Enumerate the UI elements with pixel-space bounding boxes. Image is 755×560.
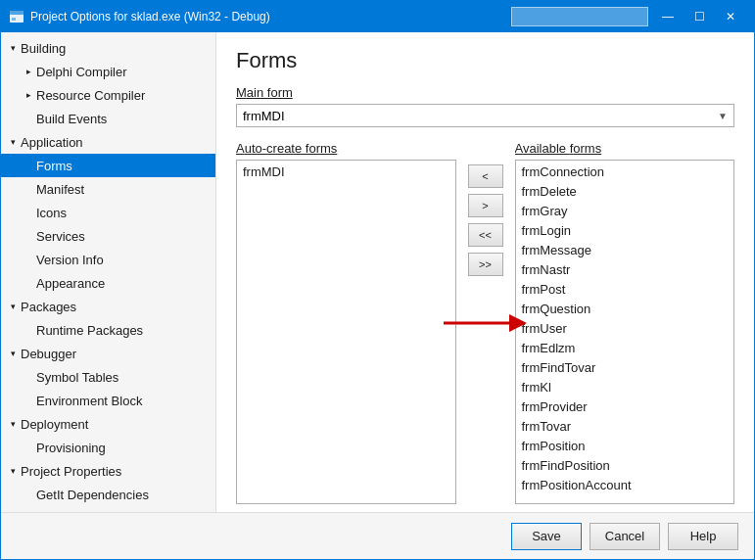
available-form-item[interactable]: frmFindTovar [516, 358, 734, 378]
sidebar-item-deployment[interactable]: ▾Deployment [1, 412, 215, 436]
sidebar-item-icons[interactable]: Icons [1, 201, 215, 224]
available-form-item[interactable]: frmConnection [516, 163, 734, 182]
move-all-left-button[interactable]: << [468, 223, 503, 247]
available-form-item[interactable]: frmLogin [516, 221, 734, 241]
available-form-item[interactable]: frmPost [516, 280, 734, 300]
sidebar-item-label-project-properties: Project Properties [21, 464, 121, 479]
sidebar-item-building[interactable]: ▾Building [1, 36, 215, 60]
sidebar-item-version-info[interactable]: Version Info [1, 248, 215, 271]
available-form-item[interactable]: frmDelete [516, 182, 734, 202]
sidebar-item-label-building: Building [21, 41, 66, 56]
panel-title: Forms [236, 48, 734, 73]
sidebar-item-debugger[interactable]: ▾Debugger [1, 342, 215, 365]
close-button[interactable]: ✕ [715, 1, 746, 32]
sidebar-item-label-services: Services [36, 229, 85, 244]
sidebar: ▾Building▸Delphi Compiler▸Resource Compi… [1, 32, 216, 512]
main-form-value: frmMDI [243, 109, 285, 123]
available-forms-label: Available forms [515, 141, 735, 156]
sidebar-item-label-application: Application [21, 135, 83, 150]
main-content: ▾Building▸Delphi Compiler▸Resource Compi… [1, 32, 754, 512]
available-form-item[interactable]: frmFindPosition [516, 456, 734, 476]
svg-rect-2 [12, 18, 16, 21]
cancel-button[interactable]: Cancel [590, 523, 660, 550]
dropdown-arrow-icon: ▼ [718, 111, 728, 121]
sidebar-item-runtime-packages[interactable]: Runtime Packages [1, 318, 215, 342]
sidebar-item-appearance[interactable]: Appearance [1, 271, 215, 295]
sidebar-item-label-appearance: Appearance [36, 276, 105, 291]
main-form-label: Main form [236, 85, 734, 100]
auto-create-section: Auto-create forms frmMDI [236, 141, 456, 504]
auto-create-underline-char: A [236, 141, 245, 156]
sidebar-item-symbol-tables[interactable]: Symbol Tables [1, 365, 215, 389]
app-icon [9, 9, 24, 24]
expand-icon-resource-compiler[interactable]: ▸ [21, 87, 36, 103]
available-underline-char: A [515, 141, 523, 156]
expand-icon-building[interactable]: ▾ [5, 40, 21, 56]
main-form-dropdown-row: frmMDI ▼ [236, 104, 734, 127]
available-forms-list[interactable]: frmConnectionfrmDeletefrmGrayfrmLoginfrm… [515, 160, 735, 504]
sidebar-item-project-properties[interactable]: ▾Project Properties [1, 459, 215, 483]
sidebar-item-build-events[interactable]: Build Events [1, 107, 215, 130]
available-form-item[interactable]: frmPositionAccount [516, 476, 734, 495]
sidebar-item-manifest[interactable]: Manifest [1, 177, 215, 201]
expand-icon-delphi-compiler[interactable]: ▸ [21, 64, 36, 79]
title-bar: Project Options for sklad.exe (Win32 - D… [1, 1, 754, 32]
sidebar-item-packages[interactable]: ▾Packages [1, 295, 215, 318]
move-all-right-button[interactable]: >> [468, 253, 503, 276]
svg-rect-1 [10, 11, 24, 15]
sidebar-item-label-build-events: Build Events [36, 112, 107, 126]
help-button[interactable]: Help [668, 523, 738, 550]
bottom-bar: Save Cancel Help [1, 512, 754, 559]
forms-area: Auto-create forms frmMDI [236, 141, 734, 504]
available-form-item[interactable]: frmNastr [516, 260, 734, 280]
available-form-item[interactable]: frmPosition [516, 437, 734, 456]
sidebar-item-label-resource-compiler: Resource Compiler [36, 88, 145, 103]
sidebar-item-services[interactable]: Services [1, 224, 215, 248]
expand-icon-project-properties[interactable]: ▾ [5, 463, 21, 479]
auto-create-form-item[interactable]: frmMDI [237, 163, 455, 182]
sidebar-item-label-debugger: Debugger [21, 347, 76, 361]
expand-icon-packages[interactable]: ▾ [5, 299, 21, 314]
sidebar-item-forms[interactable]: Forms [1, 154, 215, 177]
minimize-button[interactable]: — [652, 1, 684, 32]
window-controls: — ☐ ✕ [652, 1, 746, 32]
transfer-buttons: < > << >> [460, 164, 511, 276]
sidebar-item-label-symbol-tables: Symbol Tables [36, 370, 118, 385]
sidebar-item-label-provisioning: Provisioning [36, 441, 106, 455]
sidebar-item-label-version-info: Version Info [36, 253, 104, 267]
expand-icon-application[interactable]: ▾ [5, 134, 21, 150]
available-form-item[interactable]: frmTovar [516, 417, 734, 437]
sidebar-item-application[interactable]: ▾Application [1, 130, 215, 154]
available-form-item[interactable]: frmGray [516, 202, 734, 221]
search-input[interactable] [511, 7, 648, 26]
available-form-item[interactable]: frmMessage [516, 241, 734, 260]
sidebar-item-provisioning[interactable]: Provisioning [1, 436, 215, 459]
sidebar-item-getit-dependencies[interactable]: GetIt Dependencies [1, 483, 215, 506]
sidebar-item-label-forms: Forms [36, 159, 72, 173]
available-form-item[interactable]: frmUser [516, 319, 734, 339]
move-right-button[interactable]: > [468, 194, 503, 217]
maximize-button[interactable]: ☐ [684, 1, 715, 32]
sidebar-item-resource-compiler[interactable]: ▸Resource Compiler [1, 83, 215, 107]
right-panel: Forms Main form frmMDI ▼ Auto-create for… [216, 32, 754, 512]
available-form-item[interactable]: frmKl [516, 378, 734, 397]
main-form-dropdown[interactable]: frmMDI ▼ [236, 104, 734, 127]
move-left-button[interactable]: < [468, 164, 503, 188]
sidebar-item-environment-block[interactable]: Environment Block [1, 389, 215, 412]
sidebar-item-delphi-compiler[interactable]: ▸Delphi Compiler [1, 60, 215, 83]
sidebar-item-label-getit-dependencies: GetIt Dependencies [36, 488, 149, 502]
available-form-item[interactable]: frmQuestion [516, 300, 734, 319]
available-form-item[interactable]: frmEdlzm [516, 339, 734, 358]
sidebar-item-label-delphi-compiler: Delphi Compiler [36, 65, 126, 79]
sidebar-item-label-environment-block: Environment Block [36, 394, 142, 408]
available-form-item[interactable]: frmProvider [516, 397, 734, 417]
expand-icon-deployment[interactable]: ▾ [5, 416, 21, 432]
main-form-underline-char: M [236, 85, 247, 100]
save-button[interactable]: Save [511, 523, 582, 550]
expand-icon-debugger[interactable]: ▾ [5, 346, 21, 361]
main-window: Project Options for sklad.exe (Win32 - D… [0, 0, 755, 560]
sidebar-item-label-manifest: Manifest [36, 182, 84, 197]
available-forms-section: Available forms frmConnectionfrmDeletefr… [515, 141, 735, 504]
sidebar-item-label-runtime-packages: Runtime Packages [36, 323, 143, 338]
auto-create-forms-list[interactable]: frmMDI [236, 160, 456, 504]
